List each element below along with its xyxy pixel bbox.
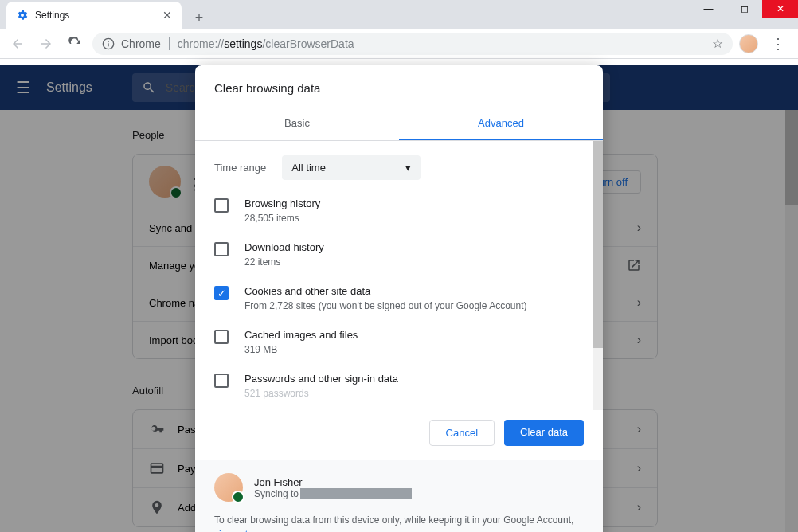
settings-gear-icon [16,9,29,22]
dialog-tabs: Basic Advanced [195,108,603,141]
dialog-actions: Cancel Clear data [195,410,603,460]
checkbox-row-browsing-history[interactable]: Browsing history 28,505 items [214,198,584,224]
clear-browsing-data-dialog: Clear browsing data Basic Advanced Time … [195,65,603,532]
chrome-menu-button[interactable]: ⋮ [765,35,792,53]
sync-status: Syncing to [254,488,412,499]
time-range-select[interactable]: All time ▾ [282,155,421,180]
arrow-left-icon [10,37,25,51]
tab-strip: Settings ✕ + [0,0,798,29]
clear-data-button[interactable]: Clear data [504,420,584,446]
dialog-body: Time range All time ▾ Browsing history 2… [195,141,603,410]
dialog-title: Clear browsing data [195,65,603,108]
address-url: chrome://settings/clearBrowserData [178,37,354,50]
minimize-button[interactable]: ― [690,0,726,18]
dialog-footer: Jon Fisher Syncing to To clear browsing … [195,460,603,532]
sync-user-name: Jon Fisher [254,476,412,488]
tab-title: Settings [35,10,156,21]
forward-button[interactable] [35,33,57,55]
dropdown-arrow-icon: ▾ [405,162,411,174]
avatar [214,473,243,502]
reload-button[interactable] [64,33,86,55]
bookmark-star-icon[interactable]: ☆ [712,36,723,51]
checkbox-row-cookies[interactable]: ✓ Cookies and other site data From 2,728… [214,285,584,311]
back-button[interactable] [6,33,29,55]
dialog-scrollbar[interactable] [593,141,603,410]
new-tab-button[interactable]: + [188,6,210,29]
time-range-label: Time range [214,162,266,174]
svg-point-1 [108,41,109,42]
profile-avatar-button[interactable] [739,34,758,53]
address-bar[interactable]: Chrome chrome://settings/clearBrowserDat… [92,33,733,55]
checkbox[interactable] [214,330,229,344]
checkbox[interactable] [214,198,229,213]
sign-out-link[interactable]: sign out [214,529,248,532]
checkbox-checked[interactable]: ✓ [214,286,229,300]
browser-tab[interactable]: Settings ✕ [6,2,182,29]
reload-icon [68,37,82,51]
tab-basic[interactable]: Basic [195,108,399,140]
footer-text: To clear browsing data from this device … [214,513,584,532]
browser-toolbar: Chrome chrome://settings/clearBrowserDat… [0,29,798,59]
checkbox-row-passwords[interactable]: Passwords and other sign-in data 521 pas… [214,373,584,399]
tab-advanced[interactable]: Advanced [399,108,603,140]
checkbox-row-cached[interactable]: Cached images and files 319 MB [214,329,584,355]
maximize-button[interactable]: ◻ [726,0,762,18]
close-window-button[interactable]: ✕ [762,0,798,18]
svg-rect-2 [108,43,108,46]
checkbox[interactable] [214,374,229,388]
arrow-right-icon [39,37,53,51]
redacted-email [300,488,412,499]
site-info-icon[interactable] [102,37,115,50]
tab-close-icon[interactable]: ✕ [162,9,172,22]
cancel-button[interactable]: Cancel [429,420,495,446]
checkbox-row-download-history[interactable]: Download history 22 items [214,241,584,268]
checkbox[interactable] [214,242,229,256]
address-prefix: Chrome [121,37,170,50]
